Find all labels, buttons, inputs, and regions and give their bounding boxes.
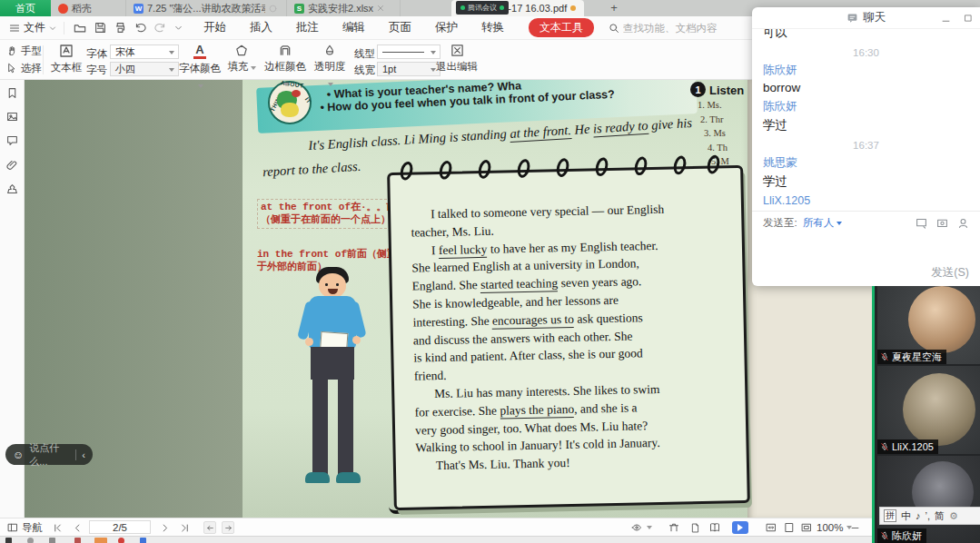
ime-simplified[interactable]: 简 [935, 509, 945, 523]
font-family-select[interactable]: 宋体 [110, 44, 179, 59]
opacity-button[interactable]: 透明度 [311, 44, 349, 90]
attachment-icon[interactable] [6, 159, 18, 171]
zoom-level[interactable]: 100% [817, 518, 852, 537]
line-type-select[interactable] [377, 44, 441, 59]
fill-button[interactable]: 填充 [225, 44, 258, 74]
quick-chat-placeholder[interactable]: 说点什么... [29, 441, 70, 469]
task-view-icon[interactable] [49, 538, 55, 543]
send-button[interactable]: 发送(S) [931, 265, 969, 281]
chat-input[interactable] [752, 234, 980, 269]
prev-page-button[interactable] [73, 518, 83, 537]
open-folder-icon[interactable] [74, 22, 86, 35]
maximize-icon[interactable] [964, 14, 973, 23]
chat-sender[interactable]: 姚思蒙 [763, 155, 969, 171]
save-icon[interactable] [94, 22, 106, 34]
taskbar-app-icon[interactable] [74, 538, 81, 543]
select-tool-button[interactable]: 选择 [6, 60, 42, 76]
undo-icon[interactable] [134, 22, 146, 34]
line-width-select[interactable]: 1pt [377, 62, 441, 76]
taskbar-app-icon[interactable] [118, 538, 124, 543]
text-tool-active-tab[interactable]: 文本工具 [529, 18, 594, 37]
single-page-view-button[interactable] [690, 518, 700, 537]
last-page-button[interactable] [180, 518, 190, 537]
slideshow-play-button[interactable] [732, 521, 748, 534]
collapse-arrow[interactable]: ‹ [82, 449, 85, 460]
hamburger-icon [9, 23, 20, 34]
chat-message: 学过 [763, 173, 969, 190]
tab-word-document[interactable]: W 7.25 "蒲公...讲助农政策活动 [127, 0, 287, 16]
close-icon[interactable] [377, 5, 384, 12]
chat-sender[interactable]: 陈欣妍 [763, 63, 969, 78]
stamp-icon[interactable] [6, 183, 18, 195]
border-color-button[interactable]: 边框颜色 [262, 44, 309, 90]
smiley-icon[interactable]: ☺ [13, 449, 24, 461]
page-indicator[interactable]: 2/5 [89, 520, 151, 534]
search-input[interactable] [623, 23, 730, 34]
fit-page-button[interactable] [784, 518, 795, 537]
navigation-toggle[interactable]: 导航 [7, 518, 43, 537]
menu-start[interactable]: 开始 [192, 20, 238, 35]
menu-convert[interactable]: 转换 [470, 20, 516, 35]
font-size-select[interactable]: 小四 [110, 62, 179, 76]
ime-mode[interactable]: 中 [901, 509, 911, 523]
font-color-button[interactable]: A 字体颜色 [178, 44, 222, 92]
video-thumbnail[interactable]: LliX.1205 [877, 366, 980, 454]
chat-sender[interactable]: 陈欣妍 [763, 99, 969, 114]
fit-width-button[interactable] [766, 518, 777, 537]
taskbar-search-icon[interactable] [27, 538, 34, 543]
textbox-button[interactable]: 文本框 [50, 44, 83, 74]
gear-icon[interactable]: ⚙ [949, 510, 958, 522]
workspace-button[interactable] [668, 518, 680, 537]
docer-icon [58, 4, 68, 14]
meeting-quick-chat-pill[interactable]: ☺ 说点什么... ‹ [5, 444, 93, 465]
menu-comment[interactable]: 批注 [284, 20, 331, 35]
chat-sender[interactable]: LliX.1205 [763, 194, 969, 207]
ime-toolbar[interactable]: 拼 中 ♪ ’, 简 ⚙ [879, 507, 980, 525]
file-menu-button[interactable]: 文件 [0, 20, 64, 35]
redo-icon[interactable] [154, 22, 166, 34]
prev-view-button[interactable] [203, 518, 216, 537]
chat-message-list[interactable]: 可以 16:30 陈欣妍 borrow 陈欣妍 学过 16:37 姚思蒙 学过 … [752, 29, 980, 211]
menu-insert[interactable]: 插入 [238, 20, 284, 35]
first-page-button[interactable] [53, 518, 63, 537]
emoji-person-icon[interactable] [957, 217, 969, 229]
tab-docer[interactable]: 稻壳 [52, 0, 126, 16]
mic-muted-icon [880, 531, 889, 540]
tab-excel-document[interactable]: S 实践安排2.xlsx [288, 0, 401, 16]
chevron-down-icon [49, 25, 56, 32]
video-thumbnail[interactable]: 夏夜星空海 [877, 286, 980, 364]
menu-page[interactable]: 页面 [377, 20, 423, 35]
taskbar-app-icon-active[interactable] [94, 538, 107, 543]
tencent-meeting-mini-overlay[interactable]: 腾讯会议 [456, 1, 509, 15]
menu-edit[interactable]: 编辑 [331, 20, 377, 35]
thumbnail-image-icon[interactable] [6, 111, 18, 123]
search-box[interactable] [609, 23, 730, 34]
ime-punct[interactable]: ’, [926, 510, 931, 521]
ime-music-icon[interactable]: ♪ [916, 510, 921, 521]
grammar-note-1[interactable]: at the front of在·。。前 （侧重于在前面的一个点上） [257, 199, 410, 229]
screen-share-icon[interactable] [916, 217, 927, 229]
hand-tool-button[interactable]: 手型 [6, 43, 42, 59]
chevron-down-icon[interactable] [174, 24, 183, 32]
exit-edit-button[interactable]: 退出编辑 [433, 44, 480, 74]
video-thumbnail[interactable]: 拼 中 ♪ ’, 简 ⚙ 陈欣妍 [877, 456, 980, 543]
minimize-icon[interactable] [941, 14, 951, 24]
fit-screen-button[interactable] [801, 518, 812, 537]
menu-protect[interactable]: 保护 [423, 20, 470, 35]
two-page-view-button[interactable] [708, 518, 721, 537]
taskbar-app-icon[interactable] [140, 538, 146, 543]
bookmark-icon[interactable] [6, 87, 18, 99]
comment-icon[interactable] [6, 134, 18, 146]
send-to-select[interactable]: 所有人 [803, 216, 843, 230]
zoom-out-button[interactable] [850, 518, 860, 537]
tab-home[interactable]: 首页 [0, 0, 51, 16]
start-button[interactable] [5, 538, 12, 543]
print-icon[interactable] [114, 22, 126, 34]
eye-protect-button[interactable] [630, 518, 652, 537]
ime-pinyin-badge[interactable]: 拼 [884, 509, 896, 522]
chevron-down-icon [169, 51, 174, 54]
new-tab-button[interactable]: + [607, 1, 621, 15]
next-view-button[interactable] [222, 518, 234, 537]
next-page-button[interactable] [160, 518, 170, 537]
screenshot-icon[interactable] [936, 217, 948, 229]
